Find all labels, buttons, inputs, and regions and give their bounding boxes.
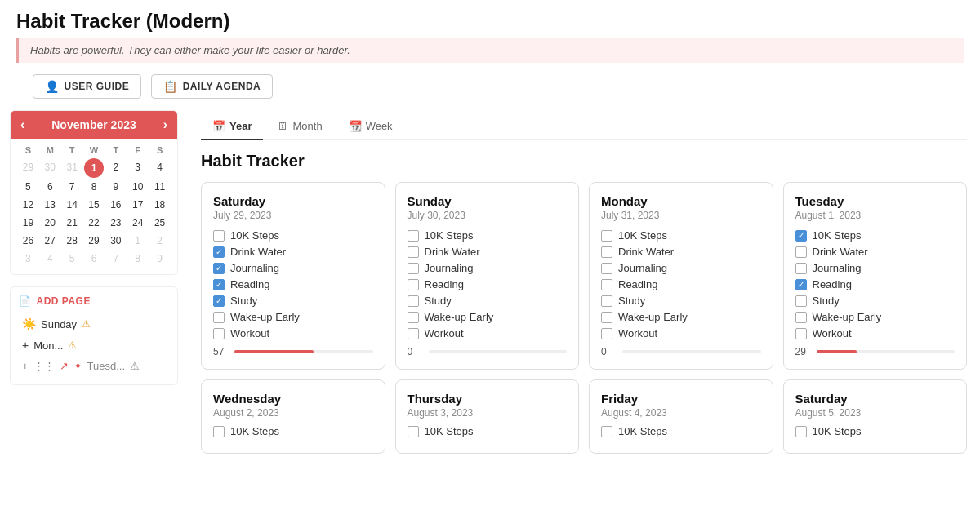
- calendar-day[interactable]: 4: [39, 250, 61, 268]
- habit-checkbox[interactable]: [601, 312, 612, 323]
- user-guide-button[interactable]: 👤 USER GUIDE: [33, 74, 141, 99]
- habit-checkbox[interactable]: [601, 426, 612, 437]
- habit-checkbox[interactable]: [408, 312, 419, 323]
- habit-checkbox[interactable]: ✓: [795, 279, 807, 290]
- calendar-day[interactable]: 14: [61, 196, 83, 214]
- calendar-day[interactable]: 2: [149, 232, 171, 250]
- calendar-day[interactable]: 20: [39, 214, 61, 232]
- calendar-day[interactable]: 7: [61, 178, 83, 196]
- calendar-day[interactable]: 19: [17, 214, 39, 232]
- bottom-day-name: Friday: [601, 392, 761, 406]
- calendar-day[interactable]: 13: [39, 196, 61, 214]
- habit-checkbox[interactable]: [795, 263, 807, 274]
- calendar-day[interactable]: 4: [149, 158, 171, 178]
- habit-checkbox[interactable]: [408, 295, 419, 307]
- calendar-day[interactable]: 1: [127, 232, 149, 250]
- calendar-day[interactable]: 15: [83, 196, 105, 214]
- add-page-header[interactable]: 📄 ADD PAGE: [19, 295, 169, 307]
- habit-checkbox[interactable]: [601, 295, 612, 307]
- calendar-day[interactable]: 3: [17, 250, 39, 268]
- day-date: July 31, 2023: [601, 210, 761, 221]
- tab-week[interactable]: 📆 Week: [337, 113, 404, 140]
- calendar-day[interactable]: 31: [61, 158, 83, 178]
- calendar-day[interactable]: 27: [39, 232, 61, 250]
- habit-checkbox[interactable]: [213, 312, 225, 323]
- habit-item: Wake-up Early: [408, 311, 568, 323]
- calendar-day[interactable]: 7: [105, 250, 127, 268]
- calendar-day[interactable]: 30: [39, 158, 61, 178]
- calendar-day[interactable]: 1: [84, 158, 104, 178]
- habit-checkbox[interactable]: [213, 328, 225, 339]
- calendar-day[interactable]: 18: [149, 196, 171, 214]
- sidebar-item-add-row[interactable]: + ⋮⋮ ↗ ✦ Tuesd... ⚠: [19, 356, 169, 376]
- habit-checkbox[interactable]: [408, 230, 419, 242]
- calendar-prev-button[interactable]: ‹: [20, 118, 24, 132]
- calendar-day[interactable]: 3: [127, 158, 149, 178]
- calendar-day[interactable]: 8: [127, 250, 149, 268]
- habit-checkbox[interactable]: ✓: [213, 263, 225, 274]
- app-title: Habit Tracker (Modern): [16, 10, 964, 33]
- daily-agenda-button[interactable]: 📋 DAILY AGENDA: [151, 74, 273, 99]
- calendar-day[interactable]: 23: [105, 214, 127, 232]
- calendar-day[interactable]: 16: [105, 196, 127, 214]
- habit-checkbox[interactable]: [601, 230, 612, 242]
- habit-checkbox[interactable]: [601, 246, 612, 258]
- habit-checkbox[interactable]: ✓: [213, 279, 225, 290]
- sidebar-item-1[interactable]: +Mon...⚠: [19, 335, 169, 356]
- habit-checkbox[interactable]: [408, 246, 419, 258]
- habit-checkbox[interactable]: [213, 230, 225, 242]
- habit-checkbox[interactable]: [795, 246, 807, 258]
- calendar-next-button[interactable]: ›: [163, 118, 167, 132]
- calendar-day[interactable]: 9: [149, 250, 171, 268]
- calendar-day[interactable]: 2: [105, 158, 127, 178]
- habit-item: 10K Steps: [408, 425, 568, 437]
- calendar-day[interactable]: 5: [61, 250, 83, 268]
- calendar-day[interactable]: 12: [17, 196, 39, 214]
- calendar-day[interactable]: 5: [17, 178, 39, 196]
- habit-checkbox[interactable]: ✓: [795, 230, 807, 242]
- calendar-day[interactable]: 26: [17, 232, 39, 250]
- calendar-day[interactable]: 22: [83, 214, 105, 232]
- habit-checkbox[interactable]: [601, 279, 612, 290]
- habit-checkbox[interactable]: [601, 328, 612, 339]
- calendar-day[interactable]: 9: [105, 178, 127, 196]
- calendar-day[interactable]: 29: [17, 158, 39, 178]
- calendar-day[interactable]: 17: [127, 196, 149, 214]
- sidebar-warn-icon: ⚠: [82, 318, 91, 330]
- habit-item: ✓ Reading: [795, 278, 956, 290]
- calendar-day[interactable]: 29: [83, 232, 105, 250]
- agenda-icon: 📋: [163, 80, 178, 93]
- habit-checkbox[interactable]: [408, 263, 419, 274]
- calendar-day[interactable]: 24: [127, 214, 149, 232]
- habit-label: Workout: [230, 327, 270, 339]
- habit-checkbox[interactable]: [408, 426, 419, 437]
- calendar-day[interactable]: 6: [83, 250, 105, 268]
- tab-year[interactable]: 📅 Year: [201, 113, 263, 140]
- tab-month[interactable]: 🗓 Month: [266, 113, 333, 140]
- calendar-day[interactable]: 21: [61, 214, 83, 232]
- habit-checkbox[interactable]: ✓: [213, 295, 225, 307]
- sidebar-item-0[interactable]: ☀️Sunday⚠: [19, 313, 169, 335]
- habit-checkbox[interactable]: [213, 426, 225, 437]
- calendar-day[interactable]: 30: [105, 232, 127, 250]
- calendar-day[interactable]: 11: [149, 178, 171, 196]
- content-area: 📅 Year 🗓 Month 📆 Week Habit Tracker Satu…: [188, 110, 980, 510]
- calendar-day[interactable]: 8: [83, 178, 105, 196]
- calendar-day[interactable]: 28: [61, 232, 83, 250]
- habit-checkbox[interactable]: [601, 263, 612, 274]
- habit-checkbox[interactable]: [795, 426, 807, 437]
- habit-label: 10K Steps: [813, 425, 862, 437]
- habit-checkbox[interactable]: [795, 295, 807, 307]
- habit-checkbox[interactable]: [795, 312, 807, 323]
- month-icon: 🗓: [278, 120, 288, 132]
- calendar-day[interactable]: 6: [39, 178, 61, 196]
- habit-checkbox[interactable]: [795, 328, 807, 339]
- calendar-day[interactable]: 25: [149, 214, 171, 232]
- habit-label: 10K Steps: [618, 425, 667, 437]
- calendar-day[interactable]: 10: [127, 178, 149, 196]
- habit-checkbox[interactable]: ✓: [213, 246, 225, 258]
- habit-label: Study: [425, 295, 452, 307]
- habit-label: Reading: [425, 278, 464, 290]
- habit-checkbox[interactable]: [408, 328, 419, 339]
- habit-checkbox[interactable]: [408, 279, 419, 290]
